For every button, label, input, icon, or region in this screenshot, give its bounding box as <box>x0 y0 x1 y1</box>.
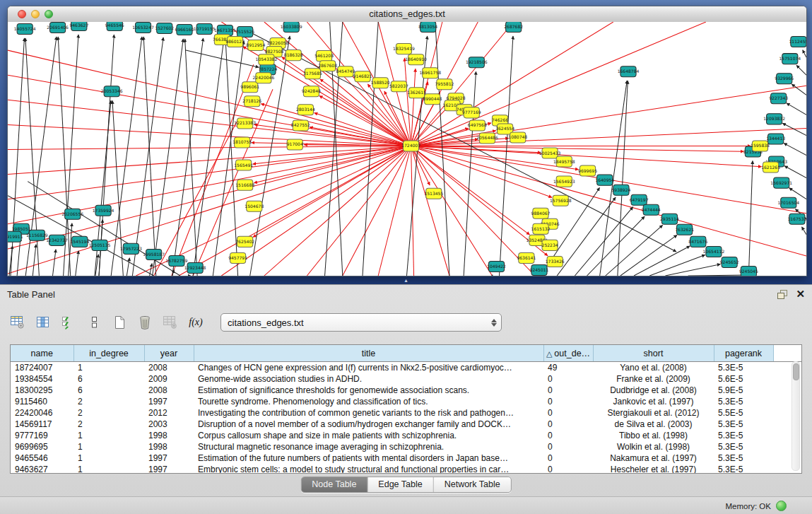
network-node[interactable]: 8912954 <box>246 40 265 51</box>
network-node[interactable]: 1513455 <box>424 188 443 199</box>
network-node[interactable]: 1595838 <box>751 141 770 151</box>
tab-network-table[interactable]: Network Table <box>434 477 511 492</box>
network-window-titlebar[interactable]: citations_edges.txt <box>8 6 806 23</box>
network-node[interactable]: 10543382 <box>256 54 278 65</box>
network-node[interactable]: 10653247 <box>132 23 154 33</box>
network-node[interactable]: 6966160 <box>175 25 194 35</box>
network-node[interactable]: 12342737 <box>46 235 68 245</box>
network-node[interactable]: 1516688 <box>235 180 254 190</box>
network-node[interactable]: 18640910 <box>405 54 427 65</box>
network-node[interactable]: 1565491 <box>234 160 253 170</box>
network-node[interactable]: 2935114 <box>660 214 679 224</box>
network-node[interactable]: 9245652 <box>720 257 739 267</box>
row-height-icon[interactable] <box>83 312 105 333</box>
network-node[interactable]: 8471676 <box>688 236 707 247</box>
table-row[interactable]: 1872400712008Changes of HCN gene express… <box>11 362 802 374</box>
network-node[interactable]: 12505135 <box>89 240 111 250</box>
network-node[interactable]: 15692971 <box>770 177 792 188</box>
network-node[interactable]: 1527602 <box>155 23 174 34</box>
network-node[interactable]: 16961758 <box>419 68 441 78</box>
column-header-short[interactable]: short <box>593 345 714 362</box>
delete-column-icon[interactable] <box>134 312 155 333</box>
network-node[interactable]: 1049422 <box>487 261 506 271</box>
column-header-pagerank[interactable]: pagerank <box>714 345 773 362</box>
column-header-indegree[interactable]: in_degree <box>73 345 144 362</box>
network-node[interactable]: 12213383 <box>234 118 256 129</box>
network-node[interactable]: 9457791 <box>228 252 247 263</box>
network-node[interactable]: 9242848 <box>302 86 321 97</box>
tab-node-table[interactable]: Node Table <box>301 477 367 492</box>
network-node[interactable]: 22420046 <box>253 73 275 83</box>
network-node[interactable]: 11156829 <box>26 230 48 240</box>
new-column-icon[interactable] <box>109 312 130 333</box>
column-header-name[interactable]: name <box>11 345 73 362</box>
network-node[interactable]: 20691406 <box>47 23 69 33</box>
network-node[interactable]: 20564486 <box>476 133 498 144</box>
network-node[interactable]: 1810755 <box>233 137 252 148</box>
function-builder-icon[interactable]: f(x) <box>185 312 206 333</box>
network-node[interactable]: 7955812 <box>435 79 454 90</box>
network-node[interactable]: 1504678 <box>245 201 264 211</box>
network-node[interactable]: 20053346 <box>101 86 123 97</box>
network-node[interactable]: 1080748 <box>508 132 527 143</box>
network-node[interactable]: 1167533 <box>787 214 806 224</box>
network-node[interactable]: 2867608 <box>318 61 337 71</box>
network-node[interactable]: 9329966 <box>775 74 794 84</box>
network-node[interactable]: 9474444 <box>642 204 661 215</box>
network-node[interactable]: 9465546 <box>105 22 124 31</box>
network-node[interactable]: 1588520 <box>371 78 390 88</box>
network-canvas-svg[interactable]: 1405572420691406946362794655461065324715… <box>8 22 806 276</box>
network-node[interactable]: 3175685 <box>303 69 322 79</box>
network-node[interactable]: 5461208 <box>314 51 334 62</box>
network-node[interactable]: 7515526 <box>235 27 254 37</box>
network-node[interactable]: 18325419 <box>393 44 415 54</box>
network-node[interactable]: 16648784 <box>618 66 640 77</box>
network-node[interactable]: 10719155 <box>194 24 216 35</box>
network-node[interactable]: 9227343 <box>769 93 788 104</box>
network-node[interactable]: 5938924 <box>611 185 630 195</box>
table-row[interactable]: 911546021997Tourette syndrome. Phenomeno… <box>11 396 802 407</box>
select-columns-icon[interactable] <box>58 312 79 333</box>
network-node[interactable]: 6479197 <box>630 194 649 205</box>
network-node[interactable]: 8454749 <box>336 66 355 77</box>
tab-edge-table[interactable]: Edge Table <box>367 477 433 492</box>
delete-table-icon[interactable] <box>160 312 181 333</box>
network-node[interactable]: 252234 <box>542 240 558 250</box>
table-row[interactable]: 1830029562008Estimation of significance … <box>11 385 802 396</box>
panel-divider-handle[interactable]: ▴ <box>404 278 407 284</box>
network-node[interactable]: 9146821 <box>353 71 372 82</box>
show-columns-icon[interactable] <box>33 312 54 333</box>
network-node[interactable]: 10654112 <box>703 246 725 257</box>
network-window[interactable]: citations_edges.txt 14055724206914069463… <box>7 6 807 276</box>
network-node[interactable]: 9463627 <box>69 22 88 31</box>
close-panel-icon[interactable]: ✕ <box>796 288 805 300</box>
table-row[interactable]: 1938455462009Genome-wide association stu… <box>11 373 802 385</box>
network-node[interactable]: 2803144 <box>296 105 315 115</box>
network-node[interactable]: 1733426 <box>546 256 565 267</box>
network-node[interactable]: 9884067 <box>531 208 551 218</box>
network-node[interactable]: 5822037 <box>389 81 408 92</box>
network-node[interactable]: 17957223 <box>120 243 142 254</box>
network-node[interactable]: 1112455 <box>789 37 806 47</box>
column-header-year[interactable]: year <box>144 345 194 362</box>
network-node[interactable]: 6497568 <box>468 120 487 131</box>
network-node[interactable]: 7632621 <box>675 224 694 235</box>
network-node[interactable]: 16033809 <box>281 22 302 33</box>
network-node[interactable]: 9896061 <box>240 82 259 93</box>
network-node[interactable]: 1615132 <box>531 223 551 234</box>
network-node[interactable]: 8427552 <box>291 120 310 131</box>
network-node[interactable]: 1640954 <box>595 175 614 185</box>
network-node[interactable]: 14055724 <box>14 24 36 35</box>
network-node[interactable]: 1621265 <box>761 162 780 173</box>
network-node[interactable]: 19218506 <box>466 57 488 68</box>
table-vertical-scrollbar[interactable] <box>792 361 800 471</box>
network-node[interactable]: 1724007 <box>401 141 420 151</box>
network-node[interactable]: 3919911 <box>8 231 23 242</box>
table-row[interactable]: 946362711997Embryonic stem cells: a mode… <box>11 464 802 474</box>
column-header-outde[interactable]: △out_de… <box>543 345 593 362</box>
table-row[interactable]: 946554611997Estimation of the future num… <box>11 452 802 464</box>
network-node[interactable]: 15756928 <box>550 195 572 206</box>
table-row[interactable]: 969969511998Structural magnetic resonanc… <box>11 441 802 452</box>
network-canvas[interactable]: 1405572420691406946362794655461065324715… <box>8 22 806 276</box>
table-row[interactable]: 1456911722003Disruption of a novel membe… <box>11 419 802 430</box>
